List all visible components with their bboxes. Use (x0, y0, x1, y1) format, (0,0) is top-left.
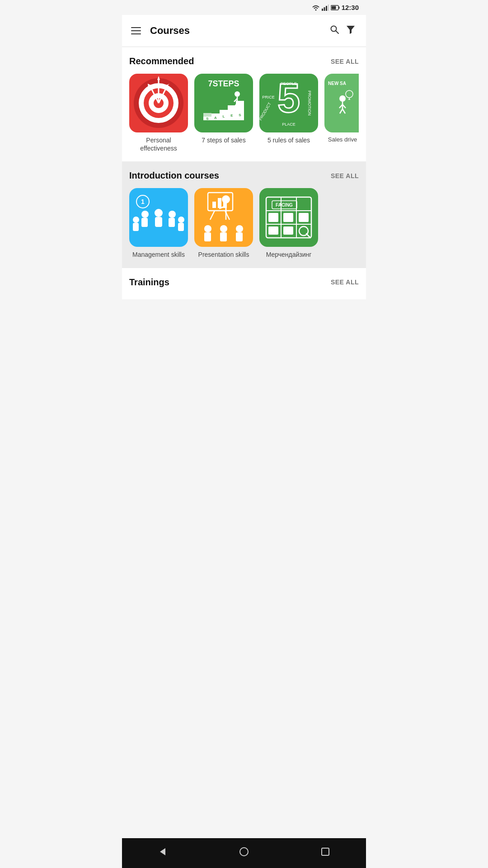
introduction-cards-row: 1 (129, 188, 359, 268)
svg-text:E: E (230, 113, 233, 118)
svg-point-8 (331, 26, 337, 32)
status-bar: 12:30 (122, 0, 366, 15)
svg-marker-17 (157, 76, 160, 80)
recommended-see-all-button[interactable]: SEE ALL (331, 58, 359, 65)
course-card-management-skills[interactable]: 1 (129, 188, 188, 259)
svg-point-59 (141, 211, 149, 218)
svg-rect-24 (203, 113, 211, 117)
svg-point-63 (133, 217, 139, 223)
course-thumb-management-skills: 1 (129, 188, 188, 247)
svg-rect-89 (283, 213, 293, 222)
svg-rect-2 (324, 7, 325, 11)
svg-point-79 (220, 225, 227, 232)
wifi-icon (312, 5, 320, 11)
svg-rect-58 (155, 217, 162, 227)
menu-icon-line3 (131, 33, 141, 34)
course-card-7-steps[interactable]: 7STEPS S A L E S (194, 74, 253, 152)
battery-icon (331, 5, 340, 10)
svg-text:PRODUCT: PRODUCT (259, 101, 272, 121)
svg-text:A: A (214, 116, 217, 120)
svg-rect-91 (268, 226, 278, 235)
course-thumb-merchandising: FACING (259, 188, 318, 247)
svg-text:PEOPLE: PEOPLE (281, 81, 297, 86)
menu-button[interactable] (129, 25, 143, 36)
menu-icon-line1 (131, 27, 141, 28)
svg-rect-78 (204, 232, 211, 241)
introduction-see-all-button[interactable]: SEE ALL (331, 172, 359, 179)
filter-button[interactable] (343, 21, 359, 40)
svg-rect-88 (268, 213, 278, 222)
course-thumb-7-steps: 7STEPS S A L E S (194, 74, 253, 132)
introduction-title: Introduction courses (129, 170, 219, 181)
svg-line-51 (343, 109, 345, 113)
search-icon (329, 24, 340, 35)
svg-rect-3 (326, 6, 327, 11)
course-card-sales-drive[interactable]: NEW SA Sales drive (324, 74, 359, 152)
svg-text:PRICE: PRICE (262, 95, 275, 99)
course-card-personal-effectiveness[interactable]: Personal effectiveness (129, 74, 188, 152)
svg-marker-10 (347, 26, 355, 34)
trainings-see-all-button[interactable]: SEE ALL (331, 278, 359, 286)
svg-rect-66 (178, 223, 184, 231)
course-label-merchandising: Мерчендайзинг (266, 250, 312, 259)
filter-icon (345, 24, 356, 35)
svg-rect-6 (338, 6, 339, 9)
search-button[interactable] (326, 21, 343, 40)
svg-rect-73 (223, 200, 227, 208)
course-thumb-presentation-skills (194, 188, 253, 247)
course-card-merchandising[interactable]: FACING Мерчендайзинг (259, 188, 318, 259)
status-icons: 12:30 (312, 4, 359, 11)
svg-text:S: S (206, 117, 209, 121)
svg-rect-71 (212, 202, 216, 208)
introduction-header: Introduction courses SEE ALL (129, 170, 359, 181)
recommended-cards-row: Personal effectiveness 7STEPS S A (129, 74, 359, 161)
svg-text:PLACE: PLACE (282, 122, 296, 127)
trainings-section: Trainings SEE ALL (122, 268, 366, 299)
course-card-5-rules[interactable]: 5 PEOPLE PRICE PROMOTION PLACE PRODUCT 5… (259, 74, 318, 152)
course-thumb-sales-drive: NEW SA (324, 74, 359, 132)
course-label-personal-effectiveness: Personal effectiveness (129, 136, 188, 152)
svg-point-81 (236, 225, 243, 232)
svg-line-50 (340, 109, 343, 113)
recommended-title: Recommended (129, 56, 194, 66)
svg-text:S: S (239, 113, 241, 117)
svg-point-57 (155, 209, 163, 217)
svg-rect-64 (133, 223, 139, 231)
menu-icon-line2 (131, 30, 141, 31)
svg-point-0 (315, 9, 316, 10)
course-label-sales-drive: Sales drive (324, 136, 359, 144)
svg-text:1: 1 (141, 198, 145, 205)
svg-rect-7 (331, 6, 336, 9)
header: Courses (122, 15, 366, 47)
svg-rect-27 (228, 105, 236, 120)
trainings-title: Trainings (129, 277, 169, 288)
svg-rect-4 (328, 5, 329, 11)
svg-point-65 (178, 217, 184, 223)
course-card-presentation-skills[interactable]: Presentation skills (194, 188, 253, 259)
svg-text:NEW SA: NEW SA (328, 81, 346, 86)
svg-text:FACING: FACING (276, 203, 293, 208)
svg-text:PROMOTION: PROMOTION (307, 90, 312, 116)
svg-text:L: L (223, 114, 225, 118)
svg-rect-60 (141, 218, 148, 227)
svg-rect-90 (299, 213, 309, 222)
svg-rect-1 (322, 9, 323, 11)
svg-text:7STEPS: 7STEPS (208, 79, 239, 88)
svg-line-74 (210, 211, 215, 220)
svg-rect-72 (218, 198, 221, 208)
page-title: Courses (150, 25, 326, 37)
svg-line-9 (336, 31, 339, 34)
course-thumb-personal-effectiveness (129, 74, 188, 132)
course-thumb-5-rules: 5 PEOPLE PRICE PROMOTION PLACE PRODUCT (259, 74, 318, 132)
course-label-management-skills: Management skills (132, 250, 185, 259)
trainings-header: Trainings SEE ALL (129, 277, 359, 288)
course-label-presentation-skills: Presentation skills (198, 250, 249, 259)
recommended-section: Recommended SEE ALL (122, 47, 366, 161)
svg-rect-62 (169, 218, 175, 227)
course-label-5-rules: 5 rules of sales (267, 136, 310, 144)
svg-point-61 (169, 211, 176, 218)
svg-line-96 (306, 234, 310, 238)
svg-rect-80 (220, 232, 227, 241)
svg-point-52 (346, 90, 353, 98)
svg-rect-92 (283, 226, 293, 235)
